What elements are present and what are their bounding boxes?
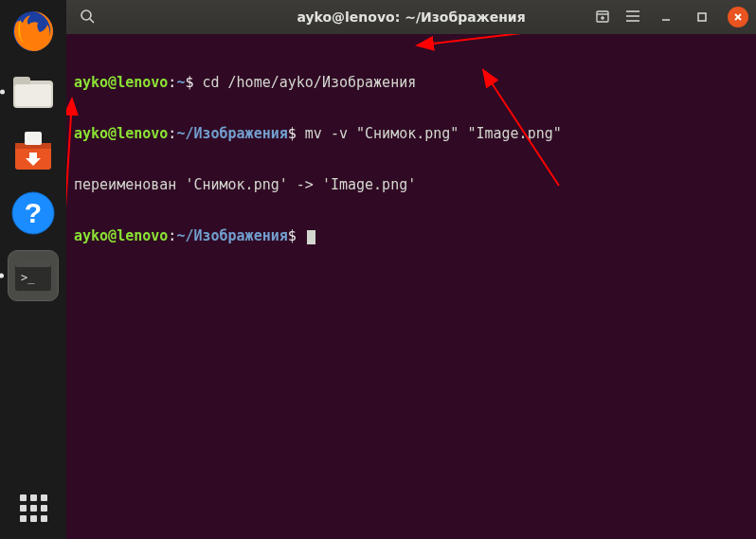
terminal-line: ayko@lenovo:~/Изображения$ mv -v "Снимок… [74, 125, 748, 142]
terminal-line: ayko@lenovo:~/Изображения$ [74, 227, 748, 244]
svg-line-27 [417, 34, 578, 45]
svg-line-14 [90, 19, 94, 23]
close-button[interactable] [728, 7, 748, 27]
prompt-path: ~/Изображения [176, 227, 287, 244]
running-indicator-dot [0, 274, 4, 278]
dock-item-files[interactable] [9, 68, 57, 116]
svg-rect-23 [698, 13, 706, 21]
dock: ? >_ [0, 0, 66, 539]
running-indicator-dot [0, 90, 5, 95]
svg-point-13 [81, 10, 91, 20]
terminal-window: ayko@lenovo: ~/Изображения [66, 0, 756, 539]
terminal-line: ayko@lenovo:~$ cd /home/ayko/Изображения [74, 74, 748, 91]
prompt-path: ~/Изображения [176, 125, 287, 142]
terminal-body[interactable]: ayko@lenovo:~$ cd /home/ayko/Изображения… [66, 34, 756, 539]
prompt-user: ayko@lenovo [74, 74, 168, 91]
help-icon: ? [11, 191, 55, 235]
hamburger-menu-icon[interactable] [625, 9, 640, 26]
terminal-cursor [307, 230, 315, 244]
svg-line-29 [66, 99, 72, 271]
svg-text:?: ? [25, 197, 42, 228]
files-icon [11, 73, 55, 111]
command-text: mv -v "Снимок.png" "Image.png" [305, 125, 562, 142]
command-text: cd /home/ayko/Изображения [202, 74, 416, 91]
prompt-dollar: $ [288, 227, 305, 244]
svg-rect-6 [25, 132, 42, 145]
dock-item-help[interactable]: ? [9, 189, 57, 237]
software-icon [11, 132, 55, 173]
prompt-user: ayko@lenovo [74, 227, 168, 244]
prompt-user: ayko@lenovo [74, 125, 168, 142]
prompt-dollar: $ [288, 125, 305, 142]
svg-rect-3 [15, 84, 51, 106]
terminal-line: переименован 'Снимок.png' -> 'Image.png' [74, 176, 748, 193]
annotation-arrow [66, 34, 756, 536]
dock-item-terminal[interactable]: >_ [8, 250, 59, 301]
firefox-icon [11, 9, 55, 53]
new-tab-icon[interactable] [595, 9, 610, 27]
output-text: переименован 'Снимок.png' -> 'Image.png' [74, 176, 416, 193]
prompt-dollar: $ [185, 74, 202, 91]
svg-text:>_: >_ [21, 271, 35, 284]
maximize-button[interactable] [692, 7, 712, 27]
dock-item-software[interactable] [9, 129, 57, 176]
svg-rect-11 [15, 261, 51, 267]
dock-item-firefox[interactable] [9, 8, 57, 55]
dock-show-applications[interactable] [0, 494, 66, 522]
search-icon[interactable] [80, 9, 95, 27]
minimize-button[interactable] [656, 7, 676, 27]
terminal-icon: >_ [15, 261, 51, 291]
apps-grid-icon [20, 494, 47, 522]
titlebar[interactable]: ayko@lenovo: ~/Изображения [66, 0, 756, 34]
window-controls [595, 7, 748, 27]
